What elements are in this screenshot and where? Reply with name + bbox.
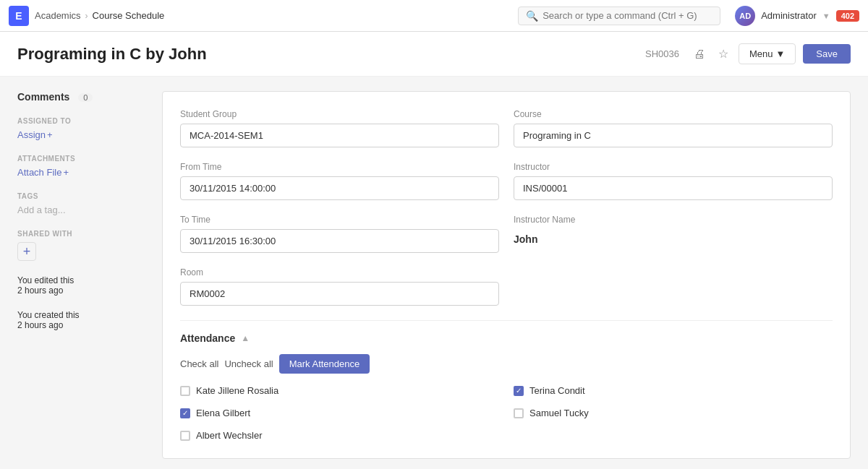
attendance-title: Attendance bbox=[180, 332, 235, 344]
student-item-terina: Terina Condit bbox=[514, 385, 833, 396]
student-name-samuel: Samuel Tucky bbox=[529, 408, 589, 418]
instructor-name-field: Instructor Name John bbox=[514, 215, 833, 253]
instructor-name-label: Instructor Name bbox=[514, 215, 833, 225]
assign-plus-icon: + bbox=[47, 129, 53, 140]
to-time-input[interactable] bbox=[180, 229, 499, 253]
attendance-grid: Kate Jillene Rosalia Terina Condit Elena… bbox=[180, 385, 833, 441]
notification-badge[interactable]: 402 bbox=[836, 10, 859, 22]
attendance-header: Attendance ▲ bbox=[180, 332, 833, 344]
nav-right: AD Administrator ▼ 402 bbox=[735, 6, 859, 26]
instructor-label: Instructor bbox=[514, 162, 833, 172]
tags-label: TAGS bbox=[17, 192, 148, 200]
attachments-label: ATTACHMENTS bbox=[17, 155, 148, 163]
check-all-button[interactable]: Check all bbox=[180, 354, 218, 374]
history-edited: You edited this 2 hours ago bbox=[17, 275, 148, 296]
page-actions: SH0036 🖨 ☆ Menu ▼ Save bbox=[645, 43, 851, 64]
menu-dropdown-icon: ▼ bbox=[775, 48, 785, 59]
comments-label: Comments bbox=[17, 91, 69, 103]
history-created: You created this 2 hours ago bbox=[17, 310, 148, 330]
search-bar[interactable]: 🔍 bbox=[518, 7, 720, 25]
app-logo[interactable]: E bbox=[9, 6, 29, 26]
shared-with-label: SHARED WITH bbox=[17, 230, 148, 238]
shared-with-section: SHARED WITH + bbox=[17, 230, 148, 261]
student-name-elena: Elena Gilbert bbox=[196, 408, 250, 418]
to-time-label: To Time bbox=[180, 215, 499, 225]
sidebar: Comments 0 ASSIGNED TO Assign + ATTACHME… bbox=[17, 91, 162, 459]
instructor-input[interactable] bbox=[514, 176, 833, 200]
student-item-samuel: Samuel Tucky bbox=[514, 408, 833, 418]
instructor-field: Instructor bbox=[514, 162, 833, 200]
student-checkbox-samuel[interactable] bbox=[514, 408, 524, 418]
assign-link[interactable]: Assign + bbox=[17, 129, 148, 140]
comments-count: 0 bbox=[78, 93, 93, 102]
course-label: Course bbox=[514, 109, 833, 119]
avatar: AD bbox=[735, 6, 755, 26]
content-area: Comments 0 ASSIGNED TO Assign + ATTACHME… bbox=[0, 77, 868, 469]
attendance-section: Attendance ▲ Check all Uncheck all Mark … bbox=[180, 320, 833, 441]
form-row-1: Student Group Course bbox=[180, 109, 833, 147]
add-tag-placeholder[interactable]: Add a tag... bbox=[17, 205, 148, 215]
topnav: E Academics › Course Schedule 🔍 AD Admin… bbox=[0, 0, 868, 32]
tags-section: TAGS Add a tag... bbox=[17, 192, 148, 215]
student-checkbox-kate[interactable] bbox=[180, 386, 190, 396]
student-item-albert: Albert Wechsler bbox=[180, 430, 499, 441]
student-name-albert: Albert Wechsler bbox=[196, 430, 263, 441]
student-item-kate: Kate Jillene Rosalia bbox=[180, 385, 499, 396]
save-button[interactable]: Save bbox=[803, 44, 851, 64]
attach-link[interactable]: Attach File + bbox=[17, 167, 148, 178]
main-form: Student Group Course From Time Instructo… bbox=[162, 91, 851, 459]
uncheck-all-button[interactable]: Uncheck all bbox=[224, 354, 273, 374]
comments-section: Comments 0 bbox=[17, 91, 148, 103]
from-time-field: From Time bbox=[180, 162, 499, 200]
history-section: You edited this 2 hours ago You created … bbox=[17, 275, 148, 330]
breadcrumb-sep-1: › bbox=[85, 11, 88, 21]
search-input[interactable] bbox=[542, 10, 712, 21]
page-title: Programing in C by John bbox=[17, 45, 207, 64]
form-row-2: From Time Instructor bbox=[180, 162, 833, 200]
user-menu[interactable]: Administrator bbox=[761, 10, 817, 21]
assigned-to-section: ASSIGNED TO Assign + bbox=[17, 117, 148, 140]
student-name-terina: Terina Condit bbox=[529, 385, 585, 396]
collapse-icon[interactable]: ▲ bbox=[241, 333, 250, 343]
print-button[interactable]: 🖨 bbox=[691, 45, 708, 64]
attach-plus-icon: + bbox=[63, 167, 69, 178]
student-group-field: Student Group bbox=[180, 109, 499, 147]
page-header: Programing in C by John SH0036 🖨 ☆ Menu … bbox=[0, 32, 868, 77]
to-time-field: To Time bbox=[180, 215, 499, 253]
instructor-name-value: John bbox=[514, 229, 833, 249]
student-checkbox-terina[interactable] bbox=[514, 386, 524, 396]
breadcrumb: Academics › Course Schedule bbox=[35, 10, 164, 21]
add-shared-button[interactable]: + bbox=[17, 242, 36, 261]
student-item-elena: Elena Gilbert bbox=[180, 408, 499, 418]
course-input[interactable] bbox=[514, 124, 833, 147]
form-row-4: Room bbox=[180, 267, 833, 306]
student-group-input[interactable] bbox=[180, 124, 499, 147]
from-time-label: From Time bbox=[180, 162, 499, 172]
student-checkbox-elena[interactable] bbox=[180, 408, 190, 418]
assigned-to-label: ASSIGNED TO bbox=[17, 117, 148, 125]
student-checkbox-albert[interactable] bbox=[180, 431, 190, 441]
student-name-kate: Kate Jillene Rosalia bbox=[196, 385, 278, 396]
attendance-grid-spacer bbox=[514, 430, 833, 441]
student-group-label: Student Group bbox=[180, 109, 499, 119]
room-label: Room bbox=[180, 267, 499, 277]
room-input[interactable] bbox=[180, 282, 499, 306]
breadcrumb-academics[interactable]: Academics bbox=[35, 10, 81, 21]
attachments-section: ATTACHMENTS Attach File + bbox=[17, 155, 148, 178]
form-row-3: To Time Instructor Name John bbox=[180, 215, 833, 253]
mark-attendance-button[interactable]: Mark Attendence bbox=[279, 354, 370, 374]
room-field: Room bbox=[180, 267, 499, 306]
star-button[interactable]: ☆ bbox=[715, 44, 731, 64]
breadcrumb-course-schedule[interactable]: Course Schedule bbox=[93, 10, 165, 21]
search-icon: 🔍 bbox=[526, 10, 538, 22]
menu-button[interactable]: Menu ▼ bbox=[739, 43, 796, 64]
from-time-input[interactable] bbox=[180, 176, 499, 200]
room-spacer bbox=[514, 267, 833, 306]
attendance-controls: Check all Uncheck all Mark Attendence bbox=[180, 354, 833, 374]
doc-id: SH0036 bbox=[645, 48, 679, 59]
course-field: Course bbox=[514, 109, 833, 147]
user-dropdown-icon[interactable]: ▼ bbox=[822, 12, 830, 20]
